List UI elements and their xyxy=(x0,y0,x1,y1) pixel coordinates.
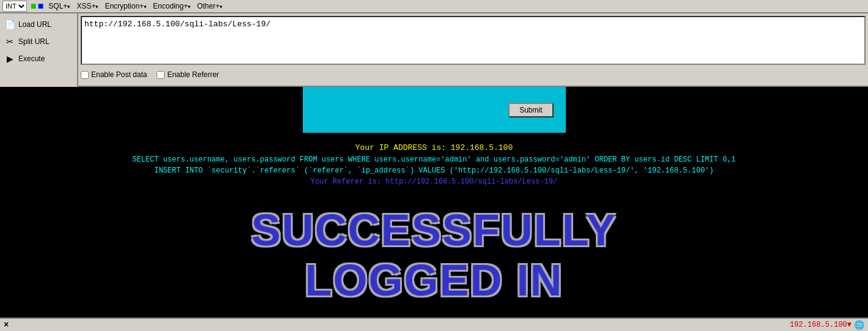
url-area: Enable Post data Enable Referrer xyxy=(78,13,868,87)
blue-dot: ■ xyxy=(38,1,44,12)
post-data-label: Enable Post data xyxy=(91,70,147,79)
sql-insert-line: INSERT INTO `security`.`referers` (`refe… xyxy=(0,165,868,176)
close-button[interactable]: × xyxy=(4,320,9,330)
sql-select-line: SELECT users.username, users.password FR… xyxy=(0,154,868,165)
status-network-icon: 🌐 xyxy=(854,320,864,330)
referer-line: Your Referer is: http://192.168.5.100/sq… xyxy=(0,176,868,187)
url-input[interactable] xyxy=(81,16,866,65)
info-area: Your IP ADDRESS is: 192.168.5.100 SELECT… xyxy=(0,142,868,187)
referrer-checkbox[interactable] xyxy=(157,71,165,79)
menu-encryption[interactable]: Encryption+ xyxy=(105,2,147,10)
referrer-label: Enable Referrer xyxy=(167,70,219,79)
ip-address-line: Your IP ADDRESS is: 192.168.5.100 xyxy=(0,142,868,154)
load-url-icon: 📄 xyxy=(4,18,16,31)
load-url-btn[interactable]: 📄 Load URL xyxy=(1,16,76,33)
menu-other[interactable]: Other+ xyxy=(197,2,223,10)
checkboxes-row: Enable Post data Enable Referrer xyxy=(81,70,866,79)
left-panel: 📄 Load URL ✂ Split URL ▶ Execute xyxy=(0,13,78,87)
main-content: Submit Your IP ADDRESS is: 192.168.5.100… xyxy=(0,87,868,318)
split-url-btn[interactable]: ✂ Split URL xyxy=(1,33,76,50)
menu-sql[interactable]: SQL+ xyxy=(48,2,70,10)
menu-xss[interactable]: XSS+ xyxy=(76,2,98,10)
success-line1: SUCCESSFULLY xyxy=(251,205,617,255)
status-ip: 192.168.5.100▼ xyxy=(790,321,851,329)
submit-button[interactable]: Submit xyxy=(508,103,553,117)
success-text: SUCCESSFULLY LOGGED IN xyxy=(251,205,617,305)
menu-encoding[interactable]: Encoding+ xyxy=(153,2,191,10)
green-dot: ■ xyxy=(31,1,37,12)
int-select[interactable]: INT xyxy=(2,1,27,12)
cyan-box: Submit xyxy=(303,87,566,133)
load-url-label: Load URL xyxy=(18,20,51,29)
referrer-checkbox-label[interactable]: Enable Referrer xyxy=(157,70,219,79)
split-url-icon: ✂ xyxy=(4,35,16,48)
execute-label: Execute xyxy=(18,54,45,63)
success-line2: LOGGED IN xyxy=(251,255,617,305)
status-bar: × 192.168.5.100▼ 🌐 xyxy=(0,318,868,331)
execute-btn[interactable]: ▶ Execute xyxy=(1,50,76,67)
split-url-label: Split URL xyxy=(18,37,50,46)
post-data-checkbox-label[interactable]: Enable Post data xyxy=(81,70,147,79)
execute-icon: ▶ xyxy=(4,53,16,65)
post-data-checkbox[interactable] xyxy=(81,71,89,79)
toolbar: INT ■ ■ SQL+ XSS+ Encryption+ Encoding+ … xyxy=(0,0,868,13)
